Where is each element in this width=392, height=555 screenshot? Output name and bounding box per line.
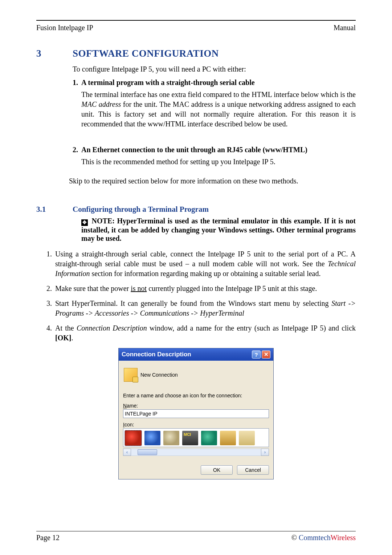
- step-1: Using a straight-through serial cable, c…: [54, 249, 356, 279]
- note-icon: ✥: [81, 219, 88, 226]
- note-text: NOTE: HyperTerminal is used as the termi…: [81, 217, 356, 242]
- connection-icon-1[interactable]: [125, 430, 142, 446]
- intro-text: To configure Intelpage IP 5, you will ne…: [73, 64, 356, 74]
- name-label: Name:: [123, 403, 269, 409]
- connection-icon-6[interactable]: [220, 431, 236, 445]
- new-connection-icon: [124, 368, 138, 382]
- subsection-number: 3.1: [36, 205, 73, 214]
- step-2: Make sure that the power is not currentl…: [54, 284, 356, 293]
- list-title: A terminal program with a straight-throu…: [81, 78, 356, 88]
- footer-brand: © CommtechWireless: [291, 534, 356, 542]
- scroll-left-button[interactable]: ‹: [123, 449, 131, 456]
- step-3: Start HyperTerminal. It can generally be…: [54, 299, 356, 318]
- scroll-right-button[interactable]: ›: [261, 449, 269, 456]
- connection-icon-2[interactable]: [144, 431, 160, 445]
- step-4: At the Connection Description window, ad…: [54, 323, 356, 343]
- footer-rule: [36, 531, 356, 531]
- steps-list: Using a straight-through serial cable, c…: [36, 249, 356, 343]
- icon-picker: [123, 428, 269, 447]
- connection-description-dialog: Connection Description ? ✕ New Connectio…: [118, 348, 274, 479]
- help-button[interactable]: ?: [252, 351, 261, 358]
- connection-icon-4[interactable]: [182, 431, 198, 445]
- section-title: SOFTWARE CONFIGURATION: [73, 48, 219, 59]
- skip-text: Skip to the required section below for m…: [69, 177, 356, 185]
- ok-button[interactable]: OK: [201, 465, 233, 475]
- subsection-title: Configuring through a Terminal Program: [73, 205, 209, 214]
- list-number: 2.: [73, 145, 81, 155]
- list-item-2-body: This is the recommended method for setti…: [81, 157, 356, 167]
- connection-icon-3[interactable]: [163, 431, 179, 445]
- running-header: Fusion Intelpage IP Manual: [36, 24, 356, 32]
- new-connection-label: New Connection: [140, 372, 178, 378]
- list-title: An Ethernet connection to the unit throu…: [81, 145, 356, 155]
- icon-label: Icon:: [123, 422, 269, 428]
- section-number: 3: [36, 48, 73, 59]
- connection-icon-7[interactable]: [239, 431, 255, 445]
- header-rule: [36, 20, 356, 21]
- dialog-title: Connection Description: [122, 351, 251, 358]
- list-item-2-head: 2. An Ethernet connection to the unit th…: [73, 145, 356, 155]
- list-item-1-body: The terminal interface has one extra fie…: [81, 90, 356, 129]
- section-heading: 3 SOFTWARE CONFIGURATION: [36, 48, 356, 59]
- page-footer: Page 12 © CommtechWireless: [36, 531, 356, 542]
- header-left: Fusion Intelpage IP: [36, 24, 93, 32]
- cancel-button[interactable]: Cancel: [237, 465, 269, 475]
- dialog-titlebar[interactable]: Connection Description ? ✕: [119, 348, 273, 361]
- note-block: ✥ NOTE: HyperTerminal is used as the ter…: [81, 217, 356, 243]
- list-item-1-head: 1. A terminal program with a straight-th…: [73, 78, 356, 88]
- scroll-track[interactable]: [131, 449, 261, 456]
- new-connection-row: New Connection: [124, 368, 269, 382]
- header-right: Manual: [334, 24, 356, 32]
- close-icon: ✕: [264, 351, 269, 358]
- page-number: Page 12: [36, 534, 60, 542]
- name-input[interactable]: [123, 409, 269, 418]
- help-icon: ?: [254, 352, 258, 358]
- connection-icon-5[interactable]: [201, 431, 217, 445]
- list-number: 1.: [73, 78, 81, 88]
- chevron-right-icon: ›: [264, 450, 266, 455]
- icon-scrollbar: ‹ ›: [123, 449, 269, 456]
- chevron-left-icon: ‹: [126, 450, 128, 455]
- close-button[interactable]: ✕: [262, 351, 270, 358]
- scroll-thumb[interactable]: [138, 449, 157, 455]
- dialog-prompt: Enter a name and choose an icon for the …: [123, 393, 269, 398]
- subsection-heading: 3.1 Configuring through a Terminal Progr…: [36, 205, 356, 214]
